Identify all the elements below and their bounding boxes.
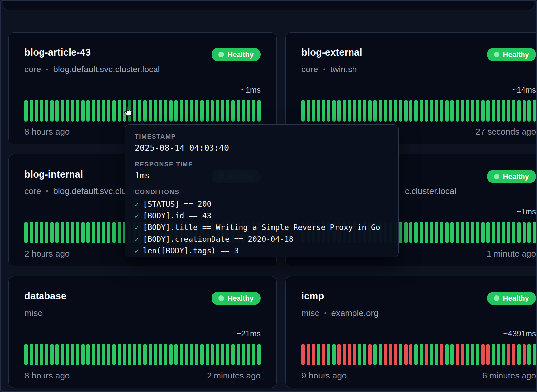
uptime-bar[interactable] bbox=[102, 100, 105, 122]
uptime-bar[interactable] bbox=[169, 344, 173, 365]
uptime-bar[interactable] bbox=[404, 222, 408, 243]
uptime-bar[interactable] bbox=[221, 100, 224, 122]
uptime-bar[interactable] bbox=[497, 222, 500, 243]
uptime-bar[interactable] bbox=[368, 344, 372, 365]
uptime-bar[interactable] bbox=[149, 100, 152, 122]
uptime-bar[interactable] bbox=[486, 344, 490, 365]
uptime-bar[interactable] bbox=[409, 100, 412, 122]
uptime-bar[interactable] bbox=[81, 222, 85, 243]
uptime-bar[interactable] bbox=[143, 344, 147, 365]
uptime-bar[interactable] bbox=[112, 344, 116, 365]
uptime-bar[interactable] bbox=[533, 100, 536, 122]
uptime-bar[interactable] bbox=[128, 100, 131, 122]
uptime-bar[interactable] bbox=[76, 222, 79, 243]
uptime-bar[interactable] bbox=[40, 344, 43, 365]
uptime-bar[interactable] bbox=[50, 100, 54, 122]
uptime-bar[interactable] bbox=[312, 100, 315, 122]
uptime-bar[interactable] bbox=[445, 344, 449, 365]
uptime-bar[interactable] bbox=[466, 100, 469, 122]
uptime-bar[interactable] bbox=[394, 344, 397, 365]
uptime-bar[interactable] bbox=[409, 222, 412, 243]
uptime-bar[interactable] bbox=[343, 100, 346, 122]
uptime-bar[interactable] bbox=[35, 344, 38, 365]
uptime-bar[interactable] bbox=[164, 100, 167, 122]
uptime-bar[interactable] bbox=[517, 344, 521, 365]
uptime-bar[interactable] bbox=[425, 100, 428, 122]
uptime-bar[interactable] bbox=[353, 100, 356, 122]
uptime-bar[interactable] bbox=[476, 100, 479, 122]
uptime-bar[interactable] bbox=[337, 344, 341, 365]
uptime-bar[interactable] bbox=[312, 344, 315, 365]
uptime-bar[interactable] bbox=[450, 100, 454, 122]
uptime-bar[interactable] bbox=[55, 222, 59, 243]
uptime-bar[interactable] bbox=[61, 100, 64, 122]
uptime-bar[interactable] bbox=[512, 222, 515, 243]
uptime-bar[interactable] bbox=[138, 344, 141, 365]
uptime-bar[interactable] bbox=[466, 344, 469, 365]
uptime-bar[interactable] bbox=[471, 222, 474, 243]
uptime-bar[interactable] bbox=[221, 344, 224, 365]
uptime-bar[interactable] bbox=[66, 100, 69, 122]
uptime-bar[interactable] bbox=[102, 344, 105, 365]
endpoint-card[interactable]: icmp Healthy misc • example.org ~4391ms … bbox=[285, 276, 537, 388]
uptime-bar[interactable] bbox=[159, 344, 162, 365]
uptime-bar[interactable] bbox=[512, 344, 515, 365]
uptime-bar[interactable] bbox=[81, 344, 85, 365]
uptime-bar[interactable] bbox=[327, 100, 330, 122]
uptime-bar[interactable] bbox=[481, 100, 485, 122]
uptime-bar[interactable] bbox=[373, 100, 377, 122]
uptime-bar[interactable] bbox=[507, 344, 510, 365]
uptime-bar[interactable] bbox=[435, 222, 438, 243]
uptime-bar[interactable] bbox=[55, 344, 59, 365]
uptime-bar[interactable] bbox=[440, 222, 443, 243]
uptime-bar[interactable] bbox=[379, 100, 382, 122]
uptime-bar[interactable] bbox=[317, 344, 320, 365]
uptime-bar[interactable] bbox=[399, 100, 402, 122]
uptime-bar[interactable] bbox=[252, 344, 255, 365]
uptime-bar[interactable] bbox=[430, 344, 433, 365]
uptime-bar[interactable] bbox=[92, 344, 95, 365]
uptime-bar[interactable] bbox=[486, 100, 490, 122]
uptime-bar[interactable] bbox=[133, 100, 136, 122]
uptime-bar[interactable] bbox=[399, 222, 402, 243]
uptime-bar[interactable] bbox=[252, 100, 255, 122]
uptime-bar[interactable] bbox=[471, 100, 474, 122]
uptime-bar[interactable] bbox=[527, 222, 531, 243]
uptime-bar[interactable] bbox=[435, 344, 438, 365]
uptime-bar[interactable] bbox=[502, 100, 505, 122]
uptime-bar[interactable] bbox=[86, 222, 90, 243]
uptime-bar[interactable] bbox=[35, 222, 38, 243]
uptime-bar[interactable] bbox=[112, 100, 116, 122]
uptime-bar[interactable] bbox=[527, 100, 531, 122]
uptime-bar[interactable] bbox=[247, 344, 250, 365]
uptime-bar[interactable] bbox=[332, 344, 336, 365]
uptime-bar[interactable] bbox=[466, 222, 469, 243]
uptime-bar[interactable] bbox=[414, 222, 418, 243]
uptime-bar[interactable] bbox=[322, 100, 325, 122]
uptime-bar[interactable] bbox=[50, 344, 54, 365]
uptime-bar[interactable] bbox=[456, 100, 459, 122]
partial-card-above[interactable] bbox=[3, 0, 534, 10]
uptime-bar[interactable] bbox=[112, 222, 116, 243]
uptime-bar[interactable] bbox=[523, 100, 526, 122]
uptime-bar[interactable] bbox=[481, 222, 485, 243]
uptime-bar[interactable] bbox=[226, 100, 229, 122]
uptime-bar[interactable] bbox=[456, 222, 459, 243]
uptime-bar[interactable] bbox=[180, 100, 183, 122]
uptime-bar[interactable] bbox=[456, 344, 459, 365]
uptime-bar[interactable] bbox=[50, 222, 54, 243]
uptime-bar[interactable] bbox=[379, 344, 382, 365]
uptime-bar[interactable] bbox=[533, 344, 536, 365]
uptime-bar[interactable] bbox=[24, 100, 28, 122]
uptime-bar[interactable] bbox=[40, 100, 43, 122]
uptime-bar[interactable] bbox=[35, 100, 38, 122]
uptime-bar[interactable] bbox=[118, 222, 121, 243]
uptime-bar[interactable] bbox=[461, 344, 464, 365]
uptime-bar[interactable] bbox=[502, 222, 505, 243]
uptime-bar[interactable] bbox=[399, 344, 402, 365]
uptime-bar[interactable] bbox=[123, 344, 126, 365]
uptime-bar[interactable] bbox=[216, 344, 219, 365]
uptime-bar[interactable] bbox=[24, 222, 28, 243]
uptime-bar[interactable] bbox=[71, 222, 74, 243]
uptime-bar[interactable] bbox=[86, 344, 90, 365]
